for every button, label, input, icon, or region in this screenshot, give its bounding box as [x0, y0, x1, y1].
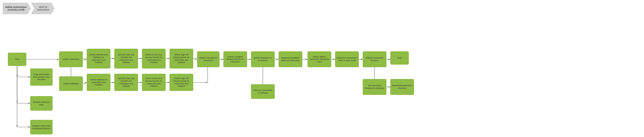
node-define-mat-1[interactable]: Define Material and Facilities for Instr…: [87, 49, 110, 68]
node-start[interactable]: Start: [8, 53, 26, 66]
breadcrumb-area: Define Instructions(Activity Level) BDP …: [3, 3, 55, 14]
node-analyze-data[interactable]: Analyze Data using Predefined Queries: [30, 120, 53, 134]
node-define-inst[interactable]: Define Instruction: [59, 51, 83, 67]
node-define-zones-1[interactable]: Define Zones and Access Panels for Instr…: [142, 49, 166, 68]
node-define-subtasks-inst[interactable]: Define Subtasks for Instruction: [251, 51, 275, 67]
node-sequence-inst[interactable]: Sequence Instructions within a Task Code: [335, 51, 359, 67]
node-remove-conn[interactable]: Remove Connection to Subtask: [251, 84, 275, 99]
node-sign-off-2[interactable]: Define Sign Off Requirements for Instruc…: [170, 74, 193, 91]
node-sign-off-1[interactable]: Define Sign Off Requirements for Instruc…: [170, 49, 193, 68]
node-specify-tools-1[interactable]: Specify Tools and Facilities for Instruc…: [114, 49, 138, 68]
node-define-where[interactable]: Define Where Instruction Should be Used: [308, 51, 331, 67]
node-sequence-subtasks[interactable]: Sequence Subtasks within an Instruction: [279, 51, 302, 67]
breadcrumb-define-instructions[interactable]: Define Instructions(Activity Level): [3, 3, 31, 14]
node-condition-meas[interactable]: Define Condition Measurements for Instru…: [223, 51, 247, 67]
node-define-subtasks[interactable]: Define Subtasks: [59, 76, 83, 91]
node-define-zones-2[interactable]: Define Zones and Access Panels for Instr…: [142, 74, 166, 91]
node-analyze-hist[interactable]: Analyze Historical Data: [30, 96, 53, 111]
node-set-obsolete[interactable]: Set Instruction Revision to Obsolete: [363, 79, 386, 95]
node-criticality[interactable]: Define Criticality for Instruction: [197, 51, 219, 67]
node-define-mat-2[interactable]: Define Material for Instruction and Subt…: [87, 74, 110, 91]
svg-line-9: [83, 82, 87, 84]
node-stop[interactable]: Stop: [390, 51, 409, 65]
node-activate-rev[interactable]: Activate Instruction Revision: [363, 51, 386, 67]
flow-diagram: Start Copy information from another Part…: [3, 18, 641, 134]
node-reactivate-rev[interactable]: Reactivate Instruction Revision: [390, 79, 414, 95]
svg-line-15: [193, 58, 197, 59]
node-specify-tools-2[interactable]: Specify Tools and Facilities for Instruc…: [114, 74, 138, 91]
node-copy-info[interactable]: Copy information from another Part Revis…: [30, 68, 53, 86]
page: Define Instructions(Activity Level) BDP …: [0, 0, 644, 137]
breadcrumb-bdp[interactable]: BDP forInstructions: [31, 3, 55, 14]
